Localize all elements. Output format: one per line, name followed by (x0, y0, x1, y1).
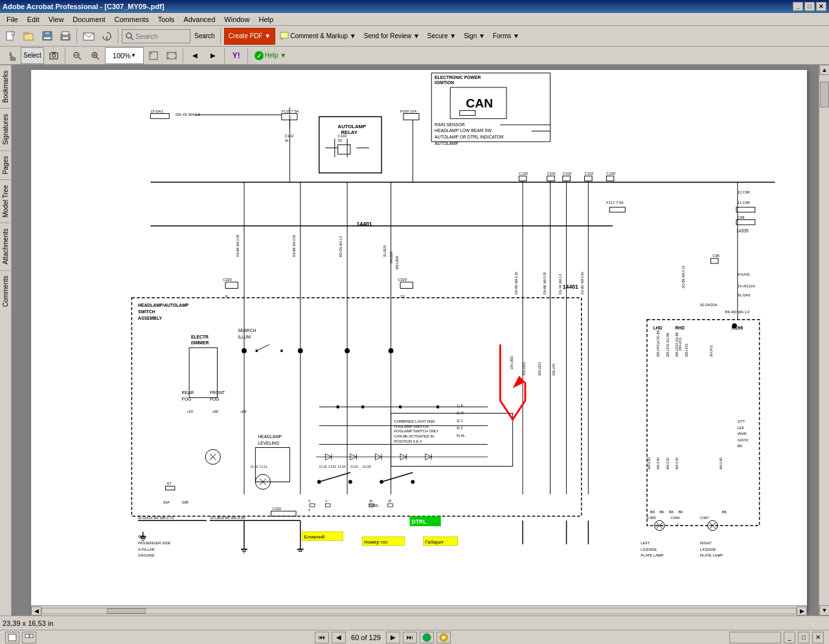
svg-text:DTRL: DTRL (411, 518, 427, 525)
create-pdf-button[interactable]: Create PDF ▼ (224, 28, 275, 45)
vertical-scrollbar[interactable]: ▲ ▼ (819, 65, 829, 616)
menu-tools[interactable]: Tools (154, 14, 179, 25)
svg-text:GN-BK  WA 0.35: GN-BK WA 0.35 (236, 234, 240, 257)
svg-text:LEF: LEF (738, 426, 745, 430)
svg-point-105 (255, 350, 258, 352)
attachments-tab[interactable]: Attachments (0, 223, 11, 270)
new-button[interactable] (3, 28, 19, 45)
snapshot-button[interactable] (45, 47, 62, 64)
prev-page-arrow[interactable]: ◀ (187, 47, 203, 64)
svg-rect-4 (45, 32, 50, 35)
save-button[interactable] (39, 28, 56, 45)
scroll-right-button[interactable]: ▶ (797, 606, 807, 616)
actual-size-button[interactable] (163, 47, 180, 64)
toolbar-main: Search Create PDF ▼ Comment & Markup ▼ S… (0, 26, 829, 47)
svg-text:BK: BK (669, 510, 674, 514)
svg-text:OG-YE  WA 1.0: OG-YE WA 1.0 (559, 274, 562, 295)
refresh-button[interactable] (420, 632, 434, 643)
scroll-down-button[interactable]: ▼ (819, 605, 829, 616)
zoom-selector[interactable]: 100% ▼ (105, 47, 144, 64)
separator6 (224, 48, 225, 63)
scroll-up-button[interactable]: ▲ (819, 65, 829, 75)
svg-text:RIGHT: RIGHT (700, 541, 712, 545)
menu-help[interactable]: Help (255, 14, 277, 25)
comments-tab[interactable]: Comments (0, 270, 11, 312)
close-nav-button[interactable]: ✕ (812, 632, 824, 643)
svg-text:LICENSE: LICENSE (641, 548, 657, 551)
hand-tool-button[interactable] (3, 47, 19, 64)
play-button[interactable] (437, 632, 451, 643)
menu-advanced[interactable]: Advanced (179, 14, 219, 25)
secure-button[interactable]: Secure ▼ (424, 28, 459, 45)
restore-nav-button[interactable]: □ (798, 632, 810, 643)
zoom-fit-button[interactable] (145, 47, 162, 64)
open-button[interactable] (21, 28, 38, 45)
svg-text:HEADLAMP LOW BEAM SW: HEADLAMP LOW BEAM SW (435, 128, 492, 133)
left-panel-tabs: Bookmarks Signatures Pages Model Tree At… (0, 65, 12, 616)
minimize-nav-button[interactable]: _ (784, 632, 795, 643)
svg-text:C102: C102 (585, 172, 594, 175)
svg-point-11 (126, 33, 131, 38)
svg-text:CI-54: CI-54 (338, 465, 346, 469)
svg-text:RD-GN  WA 1.0: RD-GN WA 1.0 (339, 236, 343, 258)
svg-text:4) 2: 4) 2 (457, 426, 463, 430)
select-tool-button[interactable]: Select (21, 47, 44, 64)
menu-comments[interactable]: Comments (111, 14, 153, 25)
svg-text:C101: C101 (547, 172, 556, 175)
svg-rect-17 (52, 52, 56, 53)
svg-text:WA 0.50: WA 0.50 (648, 458, 651, 469)
svg-text:6: 6 (308, 509, 310, 512)
svg-text:D-CI5: D-CI5 (363, 465, 371, 469)
yahoo-button[interactable]: Y! (228, 47, 245, 64)
document-area[interactable]: ELECTRONIC POWER IGNITION CAN RAIN SENSO… (12, 65, 819, 616)
email-button[interactable] (80, 28, 97, 45)
signatures-tab[interactable]: Signatures (0, 108, 11, 150)
search-input[interactable] (135, 32, 187, 40)
sign-button[interactable]: Sign ▼ (460, 28, 488, 45)
nav-icon-2[interactable] (22, 632, 36, 643)
svg-text:AUTOLAMP: AUTOLAMP (338, 124, 367, 129)
separator (76, 28, 78, 44)
menu-file[interactable]: File (3, 14, 22, 25)
next-page-button[interactable]: ▶ (386, 632, 400, 643)
zoom-in-button[interactable] (87, 47, 104, 64)
first-page-button[interactable]: ⏮ (315, 632, 329, 643)
prev-page-button[interactable]: ◀ (332, 632, 346, 643)
scroll-track-v[interactable] (819, 75, 829, 605)
last-page-button[interactable]: ⏭ (403, 632, 417, 643)
next-page-arrow[interactable]: ▶ (205, 47, 221, 64)
svg-text:15S-LB21: 15S-LB21 (523, 362, 526, 376)
menu-document[interactable]: Document (69, 14, 109, 25)
scroll-thumb-h[interactable] (107, 608, 146, 614)
menu-view[interactable]: View (45, 14, 68, 25)
print-button[interactable] (57, 28, 74, 45)
bookmarks-tab[interactable]: Bookmarks (0, 65, 11, 108)
zoom-out-button[interactable] (69, 47, 85, 64)
horizontal-scrollbar[interactable]: ◀ ▶ (31, 605, 807, 616)
svg-text:12  C98: 12 C98 (738, 190, 750, 194)
restore-button[interactable]: □ (804, 2, 815, 11)
svg-point-299 (423, 634, 431, 641)
svg-point-175 (732, 324, 737, 329)
menu-window[interactable]: Window (220, 14, 253, 25)
send-review-button[interactable]: Send for Review ▼ (361, 28, 423, 45)
comment-markup-button[interactable]: Comment & Markup ▼ (277, 28, 359, 45)
svg-text:LHD: LHD (653, 326, 663, 330)
svg-text:WA 0.60: WA 0.60 (720, 458, 723, 469)
scroll-track-h[interactable] (41, 608, 797, 614)
help-button[interactable]: ✓ Help ▼ (251, 47, 289, 64)
model-tree-tab[interactable]: Model Tree (0, 179, 11, 223)
scroll-thumb-v[interactable] (820, 82, 829, 107)
close-button[interactable]: ✕ (816, 2, 826, 11)
attach-button[interactable] (98, 28, 115, 45)
menu-edit[interactable]: Edit (23, 14, 43, 25)
search-button[interactable]: Search (192, 28, 218, 45)
page-current: 60 (351, 634, 359, 641)
nav-icon-1[interactable] (5, 632, 19, 643)
pages-tab[interactable]: Pages (0, 150, 11, 179)
svg-text:FOGLAMP SWITCH ONLY: FOGLAMP SWITCH ONLY (394, 429, 438, 433)
scroll-left-button[interactable]: ◀ (31, 606, 41, 616)
minimize-button[interactable]: _ (793, 2, 803, 11)
svg-rect-2 (24, 32, 28, 34)
forms-button[interactable]: Forms ▼ (490, 28, 523, 45)
